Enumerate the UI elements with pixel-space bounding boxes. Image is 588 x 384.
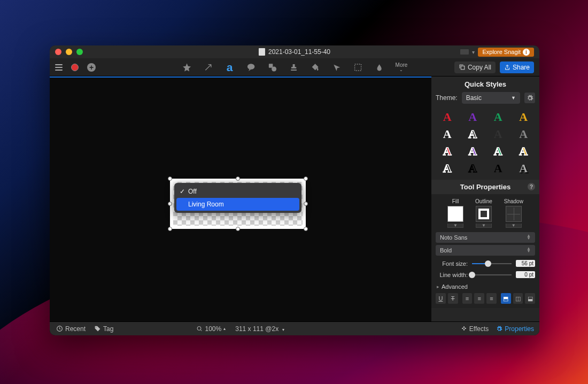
fill-tool[interactable] bbox=[310, 62, 321, 73]
shadow-more-button[interactable]: ▼ bbox=[506, 224, 522, 228]
svg-rect-4 bbox=[461, 66, 465, 69]
help-button[interactable]: ? bbox=[528, 183, 535, 190]
text-tool[interactable]: a bbox=[225, 62, 235, 73]
effects-tab[interactable]: Effects bbox=[461, 325, 489, 333]
recent-button[interactable]: Recent bbox=[56, 325, 86, 333]
copy-all-button[interactable]: Copy All bbox=[454, 62, 496, 73]
resize-handle-ml[interactable] bbox=[168, 202, 172, 206]
menu-item[interactable]: Off bbox=[176, 185, 299, 198]
line-width-slider[interactable] bbox=[472, 274, 512, 275]
document-title-text: 2021-03-01_11-55-40 bbox=[268, 48, 330, 56]
align-left-button[interactable]: ≡ bbox=[462, 293, 473, 304]
chevron-up-icon: ▴ bbox=[223, 326, 226, 331]
resize-handle-mr[interactable] bbox=[304, 202, 308, 206]
valign-top-button[interactable]: ⬒ bbox=[501, 293, 511, 304]
strikethrough-button[interactable]: T bbox=[448, 293, 458, 304]
more-tools-menu[interactable]: More bbox=[396, 63, 408, 72]
record-button[interactable] bbox=[71, 64, 79, 71]
minimize-window-button[interactable] bbox=[66, 49, 72, 55]
quick-style-swatch[interactable]: A bbox=[439, 145, 456, 157]
underline-button[interactable]: U bbox=[436, 293, 446, 304]
resize-handle-br[interactable] bbox=[304, 227, 308, 231]
theme-select[interactable]: Basic ▼ bbox=[462, 92, 520, 104]
line-width-label: Line width: bbox=[436, 272, 468, 278]
move-tool[interactable] bbox=[331, 62, 342, 73]
resize-handle-tm[interactable] bbox=[236, 176, 240, 181]
quick-styles-title: Quick Styles bbox=[431, 76, 539, 92]
advanced-label: Advanced bbox=[442, 283, 468, 290]
menu-item[interactable]: Living Room bbox=[176, 198, 299, 211]
resize-handle-bm[interactable] bbox=[236, 227, 240, 231]
context-dropdown-menu: OffLiving Room bbox=[174, 183, 301, 213]
canvas-dimensions[interactable]: 311 x 111 @2x ▾ bbox=[235, 325, 284, 333]
document-icon bbox=[259, 48, 265, 56]
svg-rect-1 bbox=[269, 64, 273, 68]
app-window: 2021-03-01_11-55-40 ▾ Explore Snagit i +… bbox=[50, 45, 539, 335]
new-capture-button[interactable]: + bbox=[87, 63, 96, 72]
callout-tool[interactable] bbox=[246, 62, 257, 73]
theme-label: Theme: bbox=[436, 94, 458, 102]
quick-style-swatch[interactable]: A bbox=[465, 128, 482, 140]
font-family-select[interactable]: Noto Sans ▲▼ bbox=[436, 232, 535, 243]
quick-style-swatch[interactable]: A bbox=[515, 145, 532, 157]
favorites-tool[interactable] bbox=[182, 62, 192, 73]
font-size-slider[interactable] bbox=[472, 263, 512, 264]
menu-button[interactable] bbox=[55, 64, 63, 71]
advanced-disclosure[interactable]: Advanced bbox=[431, 280, 539, 293]
quick-style-swatch[interactable]: A bbox=[465, 145, 482, 157]
maximize-window-button[interactable] bbox=[76, 49, 83, 55]
stepper-icon: ▲▼ bbox=[527, 235, 531, 240]
quick-style-swatch[interactable]: A bbox=[490, 163, 507, 174]
arrow-tool[interactable] bbox=[203, 62, 214, 73]
svg-point-2 bbox=[272, 66, 276, 71]
shape-tool[interactable] bbox=[267, 62, 278, 73]
line-width-value[interactable]: 0 pt bbox=[516, 271, 535, 278]
quick-style-swatch[interactable]: A bbox=[515, 111, 532, 123]
quick-style-swatch[interactable]: A bbox=[490, 128, 507, 140]
window-tab-thumbnail[interactable] bbox=[460, 49, 469, 55]
resize-handle-tr[interactable] bbox=[304, 176, 308, 181]
quick-style-swatch[interactable]: A bbox=[490, 145, 507, 157]
zoom-control[interactable]: 100% ▴ bbox=[197, 325, 226, 333]
properties-tab[interactable]: Properties bbox=[496, 325, 534, 333]
resize-handle-tl[interactable] bbox=[168, 176, 172, 181]
shadow-position-grid[interactable] bbox=[506, 206, 522, 222]
quick-style-swatch[interactable]: A bbox=[515, 163, 532, 174]
quick-style-swatch[interactable]: A bbox=[515, 128, 532, 140]
quick-style-swatch[interactable]: A bbox=[439, 128, 456, 140]
blur-tool[interactable] bbox=[374, 62, 385, 73]
theme-settings-button[interactable] bbox=[524, 93, 535, 103]
align-right-button[interactable]: ≡ bbox=[486, 293, 497, 304]
valign-bottom-button[interactable]: ⬓ bbox=[525, 293, 535, 304]
titlebar-menu-caret[interactable]: ▾ bbox=[472, 49, 475, 55]
selection-tool[interactable] bbox=[353, 62, 363, 73]
outline-color-swatch[interactable] bbox=[476, 206, 492, 222]
quick-styles-grid: AAAAAAAAAAAAAAAA bbox=[431, 108, 539, 180]
share-button[interactable]: Share bbox=[500, 62, 534, 73]
quick-style-swatch[interactable]: A bbox=[439, 163, 456, 174]
valign-middle-button[interactable]: ◫ bbox=[513, 293, 523, 304]
font-weight-value: Bold bbox=[440, 247, 452, 254]
fill-more-button[interactable]: ▼ bbox=[447, 224, 463, 228]
info-icon: i bbox=[523, 49, 530, 56]
outline-label: Outline bbox=[475, 198, 492, 204]
font-size-value[interactable]: 56 pt bbox=[516, 260, 535, 267]
tool-properties-panel: Tool Properties ? Fill ▼ Outline ▼ bbox=[431, 180, 539, 308]
chevron-down-icon: ▼ bbox=[511, 95, 516, 101]
resize-handle-bl[interactable] bbox=[168, 227, 172, 231]
tag-button[interactable]: Tag bbox=[94, 325, 113, 333]
quick-style-swatch[interactable]: A bbox=[465, 111, 482, 123]
stamp-tool[interactable] bbox=[289, 62, 299, 73]
quick-style-swatch[interactable]: A bbox=[465, 163, 482, 174]
align-center-button[interactable]: ≡ bbox=[474, 293, 484, 304]
font-weight-select[interactable]: Bold ▲▼ bbox=[436, 245, 535, 256]
outline-more-button[interactable]: ▼ bbox=[476, 224, 492, 228]
fill-color-swatch[interactable] bbox=[447, 206, 463, 222]
close-window-button[interactable] bbox=[55, 49, 61, 55]
quick-style-swatch[interactable]: A bbox=[439, 111, 456, 123]
selected-canvas-object[interactable]: OffLiving Room bbox=[170, 179, 306, 229]
canvas-viewport[interactable]: OffLiving Room bbox=[50, 76, 431, 321]
properties-tab-label: Properties bbox=[505, 325, 534, 333]
explore-snagit-button[interactable]: Explore Snagit i bbox=[478, 48, 534, 57]
quick-style-swatch[interactable]: A bbox=[490, 111, 507, 123]
